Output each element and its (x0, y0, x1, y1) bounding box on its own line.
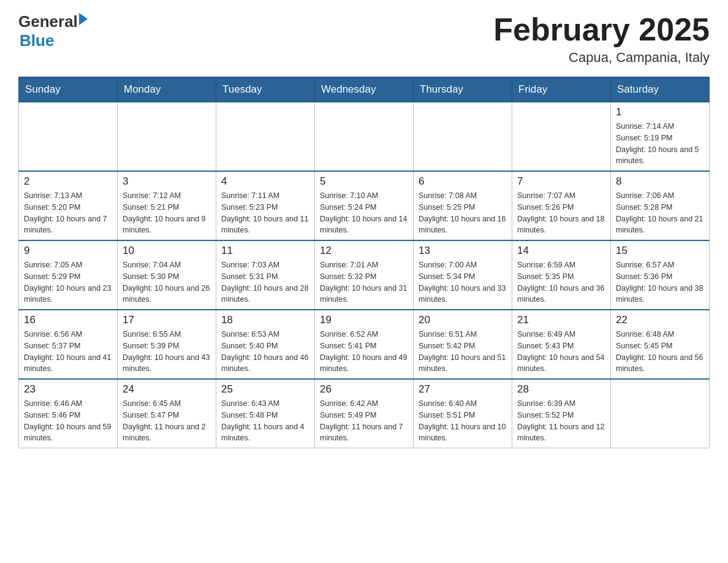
day-number: 15 (616, 245, 704, 257)
calendar-subtitle: Capua, Campania, Italy (493, 50, 710, 66)
day-number: 13 (419, 245, 507, 257)
day-info: Sunrise: 7:01 AMSunset: 5:32 PMDaylight:… (320, 259, 408, 305)
table-row: 12Sunrise: 7:01 AMSunset: 5:32 PMDayligh… (315, 240, 414, 310)
table-row: 19Sunrise: 6:52 AMSunset: 5:41 PMDayligh… (315, 310, 414, 379)
day-number: 6 (419, 175, 507, 188)
header-wednesday: Wednesday (315, 77, 414, 102)
day-number: 19 (320, 314, 408, 326)
table-row (414, 102, 512, 172)
header-sunday: Sunday (19, 77, 118, 102)
table-row: 21Sunrise: 6:49 AMSunset: 5:43 PMDayligh… (512, 310, 611, 379)
table-row (315, 102, 414, 172)
weekday-header-row: Sunday Monday Tuesday Wednesday Thursday… (19, 77, 710, 102)
day-info: Sunrise: 7:03 AMSunset: 5:31 PMDaylight:… (221, 259, 309, 305)
table-row: 13Sunrise: 7:00 AMSunset: 5:34 PMDayligh… (414, 240, 512, 310)
day-number: 26 (320, 383, 408, 396)
day-number: 14 (517, 245, 605, 257)
calendar-week-row: 16Sunrise: 6:56 AMSunset: 5:37 PMDayligh… (19, 310, 710, 379)
table-row: 7Sunrise: 7:07 AMSunset: 5:26 PMDaylight… (512, 171, 611, 240)
table-row: 22Sunrise: 6:48 AMSunset: 5:45 PMDayligh… (611, 310, 710, 379)
table-row (19, 102, 118, 172)
table-row: 24Sunrise: 6:45 AMSunset: 5:47 PMDayligh… (118, 379, 216, 448)
title-section: February 2025 Capua, Campania, Italy (493, 12, 710, 66)
header-friday: Friday (512, 77, 611, 102)
day-number: 22 (616, 314, 704, 326)
logo-general-text: General (18, 12, 78, 31)
day-number: 18 (221, 314, 309, 326)
day-info: Sunrise: 7:10 AMSunset: 5:24 PMDaylight:… (320, 190, 408, 236)
day-number: 12 (320, 245, 408, 257)
table-row: 4Sunrise: 7:11 AMSunset: 5:23 PMDaylight… (216, 171, 315, 240)
calendar-table: Sunday Monday Tuesday Wednesday Thursday… (18, 77, 710, 448)
day-info: Sunrise: 7:05 AMSunset: 5:29 PMDaylight:… (24, 259, 112, 305)
day-info: Sunrise: 6:43 AMSunset: 5:48 PMDaylight:… (221, 398, 309, 444)
day-number: 10 (123, 245, 211, 257)
day-info: Sunrise: 6:49 AMSunset: 5:43 PMDaylight:… (517, 329, 605, 375)
day-info: Sunrise: 6:59 AMSunset: 5:35 PMDaylight:… (517, 259, 605, 305)
calendar-week-row: 23Sunrise: 6:46 AMSunset: 5:46 PMDayligh… (19, 379, 710, 448)
day-number: 9 (24, 245, 112, 257)
day-number: 5 (320, 175, 408, 188)
calendar-week-row: 9Sunrise: 7:05 AMSunset: 5:29 PMDaylight… (19, 240, 710, 310)
day-number: 16 (24, 314, 112, 326)
table-row: 8Sunrise: 7:06 AMSunset: 5:28 PMDaylight… (611, 171, 710, 240)
day-info: Sunrise: 6:56 AMSunset: 5:37 PMDaylight:… (24, 329, 112, 375)
header-monday: Monday (118, 77, 216, 102)
table-row: 5Sunrise: 7:10 AMSunset: 5:24 PMDaylight… (315, 171, 414, 240)
day-number: 21 (517, 314, 605, 326)
table-row (118, 102, 216, 172)
day-number: 8 (616, 175, 704, 188)
table-row: 28Sunrise: 6:39 AMSunset: 5:52 PMDayligh… (512, 379, 611, 448)
table-row (216, 102, 315, 172)
day-info: Sunrise: 7:12 AMSunset: 5:21 PMDaylight:… (123, 190, 211, 236)
day-number: 24 (123, 383, 211, 396)
day-info: Sunrise: 6:40 AMSunset: 5:51 PMDaylight:… (419, 398, 507, 444)
table-row: 17Sunrise: 6:55 AMSunset: 5:39 PMDayligh… (118, 310, 216, 379)
table-row: 14Sunrise: 6:59 AMSunset: 5:35 PMDayligh… (512, 240, 611, 310)
table-row: 18Sunrise: 6:53 AMSunset: 5:40 PMDayligh… (216, 310, 315, 379)
table-row: 10Sunrise: 7:04 AMSunset: 5:30 PMDayligh… (118, 240, 216, 310)
table-row: 11Sunrise: 7:03 AMSunset: 5:31 PMDayligh… (216, 240, 315, 310)
day-info: Sunrise: 6:57 AMSunset: 5:36 PMDaylight:… (616, 259, 704, 305)
calendar-title: February 2025 (493, 12, 710, 47)
day-number: 7 (517, 175, 605, 188)
day-info: Sunrise: 6:48 AMSunset: 5:45 PMDaylight:… (616, 329, 704, 375)
day-info: Sunrise: 6:39 AMSunset: 5:52 PMDaylight:… (517, 398, 605, 444)
table-row: 25Sunrise: 6:43 AMSunset: 5:48 PMDayligh… (216, 379, 315, 448)
table-row: 27Sunrise: 6:40 AMSunset: 5:51 PMDayligh… (414, 379, 512, 448)
table-row: 16Sunrise: 6:56 AMSunset: 5:37 PMDayligh… (19, 310, 118, 379)
day-info: Sunrise: 7:08 AMSunset: 5:25 PMDaylight:… (419, 190, 507, 236)
page-header: General Blue February 2025 Capua, Campan… (18, 12, 710, 66)
calendar-week-row: 1Sunrise: 7:14 AMSunset: 5:19 PMDaylight… (19, 102, 710, 172)
logo-blue-text: Blue (20, 31, 88, 50)
table-row: 1Sunrise: 7:14 AMSunset: 5:19 PMDaylight… (611, 102, 710, 172)
day-info: Sunrise: 7:04 AMSunset: 5:30 PMDaylight:… (123, 259, 211, 305)
table-row: 3Sunrise: 7:12 AMSunset: 5:21 PMDaylight… (118, 171, 216, 240)
day-number: 17 (123, 314, 211, 326)
day-info: Sunrise: 6:51 AMSunset: 5:42 PMDaylight:… (419, 329, 507, 375)
table-row: 26Sunrise: 6:42 AMSunset: 5:49 PMDayligh… (315, 379, 414, 448)
day-number: 28 (517, 383, 605, 396)
day-info: Sunrise: 6:42 AMSunset: 5:49 PMDaylight:… (320, 398, 408, 444)
day-number: 27 (419, 383, 507, 396)
day-info: Sunrise: 6:45 AMSunset: 5:47 PMDaylight:… (123, 398, 211, 444)
table-row: 20Sunrise: 6:51 AMSunset: 5:42 PMDayligh… (414, 310, 512, 379)
table-row: 6Sunrise: 7:08 AMSunset: 5:25 PMDaylight… (414, 171, 512, 240)
day-info: Sunrise: 7:13 AMSunset: 5:20 PMDaylight:… (24, 190, 112, 236)
day-number: 2 (24, 175, 112, 188)
calendar-week-row: 2Sunrise: 7:13 AMSunset: 5:20 PMDaylight… (19, 171, 710, 240)
day-info: Sunrise: 7:07 AMSunset: 5:26 PMDaylight:… (517, 190, 605, 236)
day-info: Sunrise: 6:46 AMSunset: 5:46 PMDaylight:… (24, 398, 112, 444)
day-info: Sunrise: 7:06 AMSunset: 5:28 PMDaylight:… (616, 190, 704, 236)
day-info: Sunrise: 7:14 AMSunset: 5:19 PMDaylight:… (616, 121, 704, 167)
header-thursday: Thursday (414, 77, 512, 102)
day-number: 25 (221, 383, 309, 396)
day-info: Sunrise: 6:55 AMSunset: 5:39 PMDaylight:… (123, 329, 211, 375)
logo-arrow-icon (79, 13, 88, 25)
day-info: Sunrise: 6:53 AMSunset: 5:40 PMDaylight:… (221, 329, 309, 375)
table-row (512, 102, 611, 172)
day-number: 23 (24, 383, 112, 396)
day-info: Sunrise: 7:11 AMSunset: 5:23 PMDaylight:… (221, 190, 309, 236)
header-saturday: Saturday (611, 77, 710, 102)
logo: General Blue (18, 12, 88, 50)
